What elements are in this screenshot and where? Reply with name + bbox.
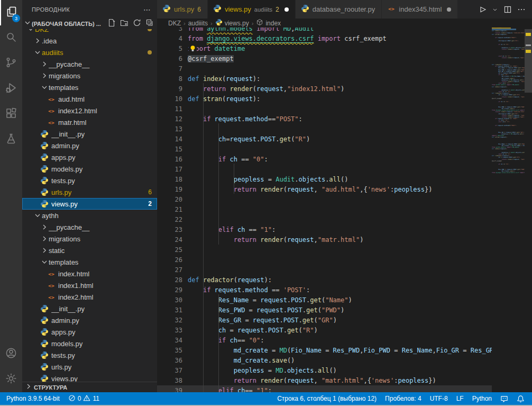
line-number[interactable]: 32: [157, 317, 182, 324]
code-line-34[interactable]: 34 if ch== "0":: [157, 335, 492, 345]
code-line-31[interactable]: 31 Res_PWD = request.POST.get("PWD"): [157, 305, 492, 315]
code-line-16[interactable]: 16 if ch == "0":: [157, 154, 492, 164]
line-number[interactable]: 15: [157, 146, 182, 153]
code-line-28[interactable]: 28def redactor(request):: [157, 275, 492, 285]
feedback-icon[interactable]: [496, 392, 512, 405]
line-number[interactable]: 34: [157, 337, 182, 344]
activity-extensions[interactable]: [0, 102, 22, 127]
line-number[interactable]: 38: [157, 377, 182, 384]
code-line-18[interactable]: 18 peopless = Audit.objects.all(): [157, 174, 492, 184]
code-line-26[interactable]: 26: [157, 255, 492, 265]
eol-status[interactable]: LF: [452, 392, 468, 405]
code-line-29[interactable]: 29 if request.method == 'POST':: [157, 285, 492, 295]
line-number[interactable]: 27: [157, 266, 182, 274]
tree-item-matr.html[interactable]: <>matr.html: [22, 116, 157, 128]
tree-item-views.py[interactable]: views.py2: [22, 198, 157, 210]
tree-item-tests.py[interactable]: tests.py: [22, 349, 157, 361]
new-file-icon[interactable]: [107, 19, 116, 29]
code-line-37[interactable]: 37 peopless = MD.objects.all(): [157, 365, 492, 375]
tab-urls.py[interactable]: urls.py6: [157, 0, 208, 19]
outline-section-header[interactable]: СТРУКТУРА: [22, 382, 157, 392]
line-number[interactable]: 8: [157, 75, 182, 83]
cursor-position[interactable]: Строка 6, столбец 1 (выбрано 12): [273, 392, 381, 405]
tree-item-__init__.py[interactable]: __init__.py: [22, 303, 157, 314]
code-line-4[interactable]: 4from django.views.decorators.csrf impor…: [157, 33, 492, 43]
code-line-27[interactable]: 27: [157, 265, 492, 275]
tree-item-urls.py[interactable]: urls.py: [22, 361, 157, 373]
tree-item-migrations[interactable]: migrations: [22, 233, 157, 245]
code-line-13[interactable]: 13: [157, 124, 492, 134]
line-number[interactable]: 10: [157, 95, 182, 103]
breadcrumb-views.py[interactable]: views.py: [215, 19, 249, 28]
code-line-12[interactable]: 12 if request.method=="POST":: [157, 114, 492, 124]
code-line-6[interactable]: 6@csrf_exempt: [157, 53, 492, 64]
code-line-24[interactable]: 24 return render(request,"matr.html"): [157, 234, 492, 245]
code-line-17[interactable]: 17: [157, 164, 492, 174]
line-number[interactable]: 29: [157, 286, 182, 294]
code-line-39[interactable]: 39 elif ch== "1":: [157, 385, 492, 392]
sidebar-more-actions[interactable]: ⋯: [143, 5, 151, 14]
workspace-section-header[interactable]: (РАБОЧАЯ ОБЛАСТЬ) ...: [22, 19, 157, 29]
line-number[interactable]: 37: [157, 367, 182, 374]
tree-item-audiiits[interactable]: audiiits: [22, 47, 157, 58]
encoding-status[interactable]: UTF-8: [426, 392, 452, 405]
tree-item-__pycache__[interactable]: __pycache__: [22, 58, 157, 70]
tree-item-__pycache__[interactable]: __pycache__: [22, 221, 157, 233]
line-number[interactable]: 25: [157, 246, 182, 254]
line-number[interactable]: 23: [157, 226, 182, 233]
activity-account[interactable]: [0, 341, 22, 367]
code-line-25[interactable]: 25: [157, 245, 492, 255]
tree-item-migrations[interactable]: migrations: [22, 70, 157, 82]
line-number[interactable]: 19: [157, 186, 182, 193]
line-number[interactable]: 20: [157, 196, 182, 203]
code-line-7[interactable]: 7: [157, 64, 492, 74]
code-line-11[interactable]: 11: [157, 104, 492, 114]
line-number[interactable]: 28: [157, 276, 182, 284]
activity-settings[interactable]: [0, 367, 22, 392]
code-line-35[interactable]: 35 md_create = MD(Fio_Name = Res_PWD,Fio…: [157, 345, 492, 355]
line-number[interactable]: 31: [157, 306, 182, 314]
line-number[interactable]: 17: [157, 166, 182, 173]
code-line-32[interactable]: 32 Res_GR = request.POST.get("GR"): [157, 315, 492, 325]
line-number[interactable]: 13: [157, 125, 182, 133]
code-line-15[interactable]: 15: [157, 144, 492, 154]
line-number[interactable]: 9: [157, 85, 182, 93]
tree-item-models.py[interactable]: models.py: [22, 163, 157, 175]
line-number[interactable]: 33: [157, 327, 182, 334]
line-number[interactable]: 6: [157, 55, 182, 62]
line-number[interactable]: 5: [157, 45, 182, 52]
tree-item-.idea[interactable]: .idea: [22, 35, 157, 47]
collapse-all-icon[interactable]: [145, 19, 154, 29]
split-editor-button-icon[interactable]: [503, 5, 512, 14]
tree-item-templates[interactable]: templates: [22, 256, 157, 268]
code-line-23[interactable]: 23 elif ch == "1":: [157, 224, 492, 234]
line-number[interactable]: 30: [157, 296, 182, 304]
code-line-9[interactable]: 9 return render(request,"index12.html"): [157, 84, 492, 94]
activity-run-debug[interactable]: [0, 76, 22, 102]
run-dropdown-icon[interactable]: [492, 6, 498, 13]
minimap[interactable]: from django.views.decorators.csrf import…: [492, 19, 525, 392]
scrollbar-thumb[interactable]: [525, 29, 532, 93]
notifications-bell-icon[interactable]: [512, 392, 529, 405]
line-number[interactable]: 12: [157, 115, 182, 123]
indentation-status[interactable]: Пробелов: 4: [381, 392, 426, 405]
tree-item-models.py[interactable]: models.py: [22, 338, 157, 349]
line-number[interactable]: 35: [157, 347, 182, 354]
more-actions-button-icon[interactable]: [517, 5, 526, 14]
tree-item-urls.py[interactable]: urls.py6: [22, 186, 157, 198]
code-line-14[interactable]: 14 ch=request.POST.get("R"): [157, 134, 492, 144]
tree-item-apps.py[interactable]: apps.py: [22, 326, 157, 338]
line-number[interactable]: 22: [157, 216, 182, 223]
line-number[interactable]: 11: [157, 105, 182, 113]
run-button-icon[interactable]: [478, 5, 487, 14]
tree-item-tests.py[interactable]: tests.py: [22, 175, 157, 186]
code-line-38[interactable]: 38 return render(request, "matr.html",{'…: [157, 375, 492, 385]
tree-item-templates[interactable]: templates: [22, 82, 157, 93]
line-number[interactable]: 21: [157, 206, 182, 213]
line-number[interactable]: 4: [157, 35, 182, 42]
line-number[interactable]: 24: [157, 236, 182, 243]
code-line-5[interactable]: 5import datetime: [157, 43, 492, 53]
tree-item-admin.py[interactable]: admin.py: [22, 140, 157, 151]
activity-source-control[interactable]: [0, 51, 22, 76]
tree-item-aythh[interactable]: aythh: [22, 210, 157, 221]
